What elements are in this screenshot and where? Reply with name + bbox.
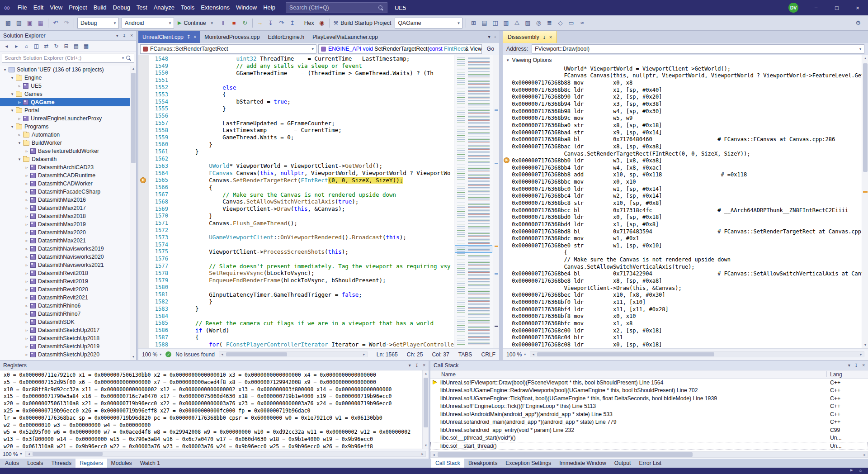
expand-arrow-icon[interactable]: ▹ (24, 279, 30, 284)
disassembly-source-line[interactable]: // Make sure the Canvas is not rendered … (503, 256, 862, 263)
menu-window[interactable]: Window (233, 0, 260, 15)
breakpoint-margin[interactable] (138, 319, 149, 327)
disassembly-instruction-line[interactable]: 0x0000007176368bc0 ldr w1, [sp, #0x14] (503, 185, 862, 193)
disassembly-margin[interactable] (503, 263, 512, 270)
home-icon[interactable]: ⌂ (22, 42, 31, 51)
scroll-right-icon[interactable]: ▸ (858, 352, 864, 356)
tree-item-datasmithmax2016[interactable]: ▹DatasmithMax2016 (0, 196, 136, 204)
scrollbar-track[interactable] (225, 352, 361, 357)
open-file-icon[interactable]: ▨ (14, 18, 24, 28)
minimap[interactable] (454, 55, 493, 348)
step-into-icon[interactable]: ↧ (265, 18, 276, 28)
disassembly-margin[interactable] (503, 108, 512, 115)
breakpoint-margin[interactable] (138, 162, 149, 170)
tab-unrealclient-cpp[interactable]: UnrealClient.cpp↧× (138, 31, 200, 43)
error-list-window-icon[interactable]: ⚠ (511, 18, 522, 28)
menu-analyze[interactable]: Analyze (151, 0, 178, 15)
breakpoint-margin[interactable] (138, 191, 149, 198)
breakpoint-margin[interactable] (138, 213, 149, 220)
disassembly-margin[interactable] (503, 327, 512, 334)
disassembly-zoom-dropdown[interactable]: 100 %▾ (506, 351, 526, 358)
disassembly-instruction-line[interactable]: 0x0000007176368be8 ldr x8, [sp, #0xa8] (503, 277, 862, 284)
tabs-indicator[interactable]: TABS (458, 351, 472, 358)
editor-horizontal-scrollbar[interactable]: ◂ ▸ (219, 351, 368, 357)
disassembly-margin[interactable] (503, 213, 512, 221)
scroll-down-icon[interactable]: ▾ (423, 442, 429, 449)
tool-tab-modules[interactable]: Modules (107, 459, 136, 468)
code-line[interactable]: 1556 (138, 112, 499, 119)
tree-item-games[interactable]: ▾Games (0, 90, 136, 98)
code-line[interactable]: 1561 } (138, 148, 499, 155)
code-line[interactable]: 1555 } (138, 105, 499, 113)
parallel-stacks-icon[interactable]: ≈ (576, 18, 587, 28)
expand-arrow-icon[interactable]: ▹ (24, 238, 30, 243)
build-startup-project-button[interactable]: ⚒Build Startup Project (331, 18, 394, 28)
disassembly-margin[interactable] (503, 292, 512, 299)
disassembly-instruction-line[interactable]: 0x0000007176368ba8 bl 0x7176480460 # FCa… (503, 136, 862, 143)
current-statement-icon[interactable] (140, 177, 146, 183)
breakpoint-margin[interactable] (138, 119, 149, 127)
breakpoint-margin[interactable] (138, 148, 149, 155)
scrollbar-track[interactable] (536, 352, 858, 357)
team-explorer-icon[interactable]: ◫ (490, 18, 500, 28)
active-files-dropdown-icon[interactable]: ▾ (488, 34, 490, 39)
tool-tab-exception-settings[interactable]: Exception Settings (501, 459, 555, 468)
disassembly-instruction-line[interactable]: 0x0000007176368bc4 ldr w2, [sp, #0x14] (503, 193, 862, 200)
tree-item-programs[interactable]: ▾Programs (0, 123, 136, 131)
disassembly-margin[interactable] (503, 129, 512, 136)
disassembly-instruction-line[interactable]: 0x0000007176368b8c ldr x1, [sp, #0x40] (503, 86, 862, 94)
tree-item-datasmithrevit2019[interactable]: ▹DatasmithRevit2019 (0, 277, 136, 285)
solution-explorer-scrollbar[interactable]: ▴ ▾ (130, 66, 136, 360)
breakpoint-margin[interactable] (138, 70, 149, 77)
disassembly-instruction-line[interactable]: 0x0000007176368bb4 ldr w4, [x8, #0xac] (503, 164, 862, 171)
breakpoint-margin[interactable] (138, 177, 149, 184)
call-stack-frame[interactable]: libUnreal.so!UGameEngine::RedrawViewport… (430, 387, 868, 395)
solution-configurations-dropdown[interactable]: Debug▾ (77, 18, 119, 28)
breakpoint-margin[interactable] (138, 334, 149, 341)
breakpoint-margin[interactable] (138, 98, 149, 105)
window-position-icon[interactable]: ▾ (116, 33, 118, 38)
breakpoint-margin[interactable] (138, 255, 149, 262)
feedback-icon[interactable]: ☺ (859, 469, 863, 473)
scrollbar-thumb[interactable] (226, 352, 287, 356)
breakpoint-margin[interactable] (138, 155, 149, 162)
expand-arrow-icon[interactable]: ▹ (24, 328, 30, 332)
disassembly-margin[interactable] (503, 171, 512, 179)
code-line[interactable]: 1580 (138, 284, 499, 291)
expand-arrow-icon[interactable]: ▹ (24, 336, 30, 341)
disassembly-instruction-line[interactable]: 0x0000007176368ba4 str x9, [sp, #0x14] (503, 129, 862, 136)
collapse-arrow-icon[interactable]: ▾ (9, 92, 15, 96)
hex-display-button[interactable]: Hex (302, 18, 316, 28)
scrollbar-thumb[interactable] (537, 352, 714, 356)
current-instruction-icon[interactable] (504, 157, 509, 163)
breakpoint-margin[interactable] (138, 227, 149, 234)
disassembly-margin[interactable] (503, 228, 512, 235)
startup-project-dropdown[interactable]: QAGame▾ (395, 18, 462, 28)
code-line[interactable]: 1577 // Slate doesn't present immediatel… (138, 262, 499, 270)
disassembly-instruction-line[interactable]: 0x0000007176368bdc mov w1, #0x1 (503, 235, 862, 242)
close-button[interactable]: × (847, 0, 868, 15)
disassembly-margin[interactable] (503, 341, 512, 348)
continue-button[interactable]: ▶Continue▾ (175, 18, 218, 28)
disassembly-margin[interactable] (503, 235, 512, 242)
scrollbar-thumb[interactable] (863, 63, 868, 172)
code-line[interactable]: 1579 EnqueueEndRenderFrame(bLockToVsync,… (138, 277, 499, 284)
disassembly-instruction-line[interactable]: 0x0000007176368c08 ldr x0, [sp, #0x18] (503, 341, 862, 348)
viewing-options-toggle[interactable]: ▾ Viewing Options (503, 55, 862, 65)
refresh-icon[interactable]: ↻ (52, 42, 61, 51)
notifications-icon[interactable]: ⚑ (849, 469, 853, 473)
forward-icon[interactable]: ▸ (12, 42, 21, 51)
scrollbar-thumb[interactable] (424, 378, 428, 427)
collapse-arrow-icon[interactable]: ▾ (9, 76, 15, 80)
disassembly-margin[interactable] (503, 284, 512, 292)
code-line[interactable]: 1581 GInputLatencyTimer.GameThreadTrigge… (138, 291, 499, 298)
call-stack-frame[interactable]: libUnreal.so!UGameEngine::Tick(float, bo… (430, 394, 868, 403)
disassembly-margin[interactable] (503, 150, 512, 157)
tree-item-datasmithnavisworks2021[interactable]: ▹DatasmithNavisworks2021 (0, 261, 136, 269)
tree-item-datasmithmax2017[interactable]: ▹DatasmithMax2017 (0, 204, 136, 212)
quick-search-box[interactable] (286, 2, 387, 13)
close-icon[interactable]: × (193, 34, 196, 39)
properties-icon[interactable]: ▦ (81, 42, 91, 51)
code-line[interactable]: 1588 for( FConstPlayerControllerIterator… (138, 341, 499, 348)
expand-arrow-icon[interactable]: ▹ (24, 222, 30, 227)
